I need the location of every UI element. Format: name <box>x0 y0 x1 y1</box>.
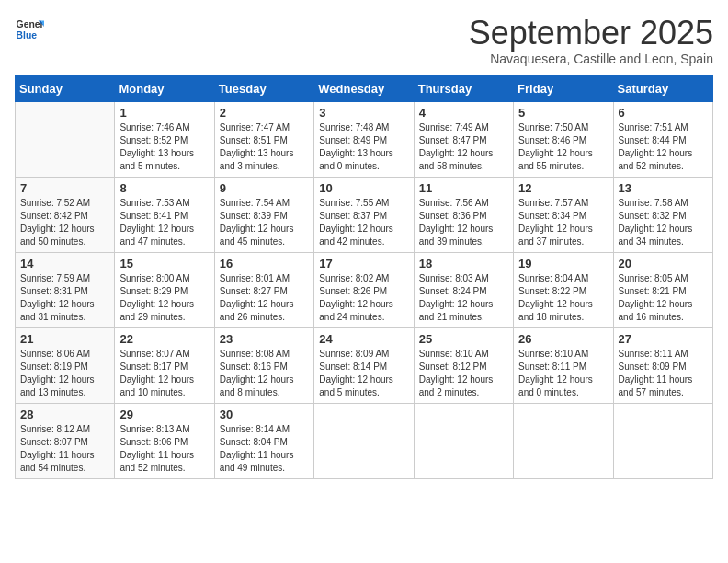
weekday-header: Wednesday <box>314 75 414 101</box>
calendar-cell: 4Sunrise: 7:49 AMSunset: 8:47 PMDaylight… <box>414 101 513 177</box>
day-number: 10 <box>319 181 408 195</box>
day-number: 18 <box>419 257 508 270</box>
calendar-cell: 5Sunrise: 7:50 AMSunset: 8:46 PMDaylight… <box>514 101 613 177</box>
weekday-header: Saturday <box>613 75 712 101</box>
calendar-cell: 17Sunrise: 8:02 AMSunset: 8:26 PMDayligh… <box>314 252 414 327</box>
table-row: 7Sunrise: 7:52 AMSunset: 8:42 PMDaylight… <box>16 177 713 252</box>
day-number: 19 <box>518 257 608 270</box>
day-detail: Sunrise: 7:50 AMSunset: 8:46 PMDaylight:… <box>518 122 593 171</box>
calendar-cell: 25Sunrise: 8:10 AMSunset: 8:12 PMDayligh… <box>414 327 513 403</box>
day-detail: Sunrise: 8:13 AMSunset: 8:06 PMDaylight:… <box>119 424 194 473</box>
calendar-cell: 7Sunrise: 7:52 AMSunset: 8:42 PMDaylight… <box>16 177 115 252</box>
calendar-cell: 13Sunrise: 7:58 AMSunset: 8:32 PMDayligh… <box>613 177 712 252</box>
table-row: 1Sunrise: 7:46 AMSunset: 8:52 PMDaylight… <box>16 101 713 177</box>
day-number: 24 <box>319 332 408 346</box>
calendar-cell: 10Sunrise: 7:55 AMSunset: 8:37 PMDayligh… <box>314 177 414 252</box>
day-detail: Sunrise: 7:57 AMSunset: 8:34 PMDaylight:… <box>518 198 593 247</box>
day-number: 6 <box>619 106 708 120</box>
day-number: 25 <box>419 332 508 346</box>
day-number: 29 <box>119 408 209 421</box>
day-detail: Sunrise: 8:14 AMSunset: 8:04 PMDaylight:… <box>220 424 294 473</box>
day-detail: Sunrise: 8:05 AMSunset: 8:21 PMDaylight:… <box>619 273 693 322</box>
day-number: 3 <box>319 106 408 120</box>
day-number: 26 <box>518 332 608 346</box>
calendar-cell: 27Sunrise: 8:11 AMSunset: 8:09 PMDayligh… <box>613 327 712 403</box>
weekday-header: Sunday <box>16 75 115 101</box>
day-detail: Sunrise: 7:54 AMSunset: 8:39 PMDaylight:… <box>220 198 294 247</box>
day-number: 23 <box>220 332 309 346</box>
day-number: 16 <box>220 257 309 270</box>
day-detail: Sunrise: 7:55 AMSunset: 8:37 PMDaylight:… <box>319 198 393 247</box>
calendar-cell: 21Sunrise: 8:06 AMSunset: 8:19 PMDayligh… <box>16 327 115 403</box>
day-detail: Sunrise: 7:48 AMSunset: 8:49 PMDaylight:… <box>319 122 393 171</box>
calendar-cell: 8Sunrise: 7:53 AMSunset: 8:41 PMDaylight… <box>115 177 214 252</box>
day-detail: Sunrise: 7:53 AMSunset: 8:41 PMDaylight:… <box>119 198 194 247</box>
calendar-cell: 30Sunrise: 8:14 AMSunset: 8:04 PMDayligh… <box>214 403 313 478</box>
day-number: 17 <box>319 257 408 270</box>
day-detail: Sunrise: 8:09 AMSunset: 8:14 PMDaylight:… <box>319 349 393 397</box>
day-detail: Sunrise: 7:59 AMSunset: 8:31 PMDaylight:… <box>20 273 95 322</box>
day-number: 11 <box>419 181 508 195</box>
day-detail: Sunrise: 8:04 AMSunset: 8:22 PMDaylight:… <box>518 273 593 322</box>
day-detail: Sunrise: 7:51 AMSunset: 8:44 PMDaylight:… <box>619 122 693 171</box>
page-header: General Blue General Blue September 2025… <box>15 15 713 66</box>
calendar-cell: 28Sunrise: 8:12 AMSunset: 8:07 PMDayligh… <box>16 403 115 478</box>
svg-text:Blue: Blue <box>17 30 38 40</box>
day-detail: Sunrise: 7:46 AMSunset: 8:52 PMDaylight:… <box>119 122 194 171</box>
calendar-cell: 22Sunrise: 8:07 AMSunset: 8:17 PMDayligh… <box>115 327 214 403</box>
day-number: 12 <box>518 181 608 195</box>
location-subtitle: Navaquesera, Castille and Leon, Spain <box>469 52 713 66</box>
day-detail: Sunrise: 8:10 AMSunset: 8:11 PMDaylight:… <box>518 349 593 397</box>
calendar-cell: 24Sunrise: 8:09 AMSunset: 8:14 PMDayligh… <box>314 327 414 403</box>
logo: General Blue General Blue <box>15 15 44 44</box>
day-detail: Sunrise: 8:10 AMSunset: 8:12 PMDaylight:… <box>419 349 494 397</box>
day-detail: Sunrise: 8:06 AMSunset: 8:19 PMDaylight:… <box>20 349 95 397</box>
calendar-cell: 29Sunrise: 8:13 AMSunset: 8:06 PMDayligh… <box>115 403 214 478</box>
day-detail: Sunrise: 7:56 AMSunset: 8:36 PMDaylight:… <box>419 198 494 247</box>
day-detail: Sunrise: 7:52 AMSunset: 8:42 PMDaylight:… <box>20 198 95 247</box>
day-number: 27 <box>619 332 708 346</box>
weekday-header: Friday <box>514 75 613 101</box>
day-number: 13 <box>619 181 708 195</box>
calendar-cell: 3Sunrise: 7:48 AMSunset: 8:49 PMDaylight… <box>314 101 414 177</box>
calendar-cell: 19Sunrise: 8:04 AMSunset: 8:22 PMDayligh… <box>514 252 613 327</box>
month-title: September 2025 <box>469 15 713 52</box>
calendar-cell: 2Sunrise: 7:47 AMSunset: 8:51 PMDaylight… <box>214 101 313 177</box>
calendar-cell: 16Sunrise: 8:01 AMSunset: 8:27 PMDayligh… <box>214 252 313 327</box>
logo-icon: General Blue <box>15 15 44 44</box>
day-number: 22 <box>119 332 209 346</box>
weekday-header: Tuesday <box>214 75 313 101</box>
day-detail: Sunrise: 8:00 AMSunset: 8:29 PMDaylight:… <box>119 273 194 322</box>
day-number: 30 <box>220 408 309 421</box>
calendar-cell: 11Sunrise: 7:56 AMSunset: 8:36 PMDayligh… <box>414 177 513 252</box>
table-row: 14Sunrise: 7:59 AMSunset: 8:31 PMDayligh… <box>16 252 713 327</box>
calendar-cell: 15Sunrise: 8:00 AMSunset: 8:29 PMDayligh… <box>115 252 214 327</box>
calendar-cell: 12Sunrise: 7:57 AMSunset: 8:34 PMDayligh… <box>514 177 613 252</box>
day-number: 1 <box>119 106 209 120</box>
calendar-cell <box>314 403 414 478</box>
table-row: 28Sunrise: 8:12 AMSunset: 8:07 PMDayligh… <box>16 403 713 478</box>
day-number: 15 <box>119 257 209 270</box>
weekday-header: Monday <box>115 75 214 101</box>
day-detail: Sunrise: 8:07 AMSunset: 8:17 PMDaylight:… <box>119 349 194 397</box>
day-number: 2 <box>220 106 309 120</box>
day-detail: Sunrise: 7:58 AMSunset: 8:32 PMDaylight:… <box>619 198 693 247</box>
day-number: 21 <box>20 332 109 346</box>
table-row: 21Sunrise: 8:06 AMSunset: 8:19 PMDayligh… <box>16 327 713 403</box>
calendar-cell: 6Sunrise: 7:51 AMSunset: 8:44 PMDaylight… <box>613 101 712 177</box>
day-number: 28 <box>20 408 109 421</box>
calendar-cell: 14Sunrise: 7:59 AMSunset: 8:31 PMDayligh… <box>16 252 115 327</box>
calendar-cell <box>613 403 712 478</box>
calendar-cell: 23Sunrise: 8:08 AMSunset: 8:16 PMDayligh… <box>214 327 313 403</box>
day-number: 5 <box>518 106 608 120</box>
day-detail: Sunrise: 8:12 AMSunset: 8:07 PMDaylight:… <box>20 424 95 473</box>
day-number: 20 <box>619 257 708 270</box>
title-block: September 2025 Navaquesera, Castille and… <box>469 15 713 66</box>
day-detail: Sunrise: 8:11 AMSunset: 8:09 PMDaylight:… <box>619 349 693 397</box>
day-detail: Sunrise: 8:08 AMSunset: 8:16 PMDaylight:… <box>220 349 294 397</box>
calendar-table: SundayMondayTuesdayWednesdayThursdayFrid… <box>15 75 713 479</box>
calendar-cell: 1Sunrise: 7:46 AMSunset: 8:52 PMDaylight… <box>115 101 214 177</box>
day-number: 14 <box>20 257 109 270</box>
day-detail: Sunrise: 8:01 AMSunset: 8:27 PMDaylight:… <box>220 273 294 322</box>
calendar-cell <box>414 403 513 478</box>
